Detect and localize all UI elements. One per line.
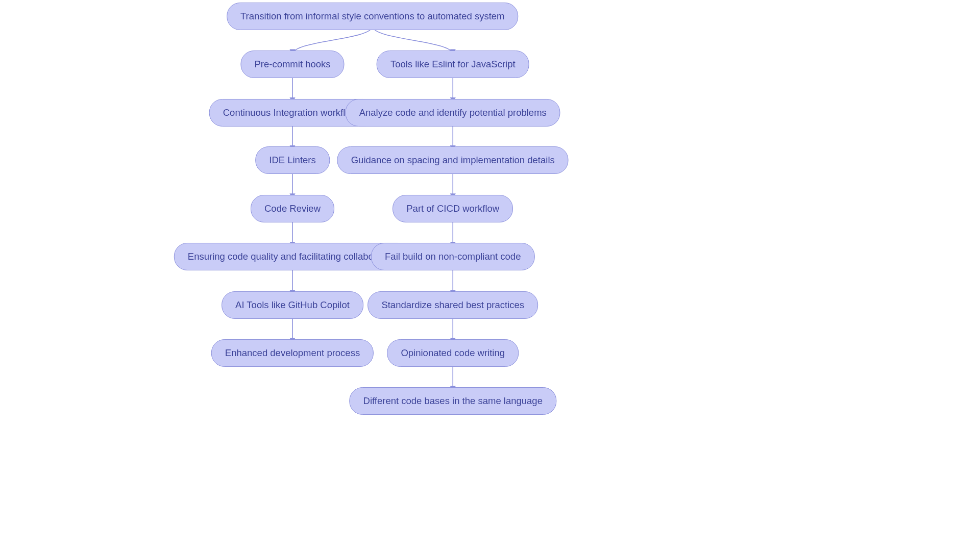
flow-node-root: Transition from informal style conventio… [227,2,519,30]
flow-node-r5: Fail build on non-compliant code [371,243,534,270]
flow-node-r2: Analyze code and identify potential prob… [346,98,560,126]
flow-node-label: Analyze code and identify potential prob… [359,107,547,117]
flow-node-l7: Enhanced development process [211,339,374,366]
flow-node-l6: AI Tools like GitHub Copilot [222,291,363,319]
edge-layer [0,0,980,551]
flow-node-l4: Code Review [251,195,334,222]
flow-node-label: Ensuring code quality and facilitating c… [188,251,397,262]
flow-node-label: Continuous Integration workflows [223,107,362,117]
flow-node-r1: Tools like Eslint for JavaScript [377,51,529,78]
flow-node-r3: Guidance on spacing and implementation d… [337,146,569,174]
flow-node-label: Fail build on non-compliant code [385,251,521,262]
flow-node-label: Opinionated code writing [401,347,505,358]
flow-node-l3: IDE Linters [255,146,330,174]
flow-node-l1: Pre-commit hooks [240,51,344,78]
flow-node-label: Different code bases in the same languag… [363,395,543,406]
flow-node-label: IDE Linters [269,155,316,165]
flow-node-label: Enhanced development process [225,347,360,358]
flow-node-label: Standardize shared best practices [381,299,524,310]
flow-node-label: Tools like Eslint for JavaScript [390,59,516,69]
flow-node-label: AI Tools like GitHub Copilot [235,299,350,310]
flowchart-canvas: Transition from informal style conventio… [0,0,980,551]
flow-node-r6: Standardize shared best practices [368,291,538,319]
flow-node-label: Code Review [264,203,321,214]
flow-node-label: Part of CICD workflow [406,203,499,214]
flow-node-label: Pre-commit hooks [254,59,330,69]
flow-node-r4: Part of CICD workflow [393,195,513,222]
flow-node-r7: Opinionated code writing [387,339,519,366]
flow-node-label: Transition from informal style conventio… [240,10,505,21]
flow-node-r8: Different code bases in the same languag… [350,387,556,415]
flow-node-label: Guidance on spacing and implementation d… [351,155,555,165]
